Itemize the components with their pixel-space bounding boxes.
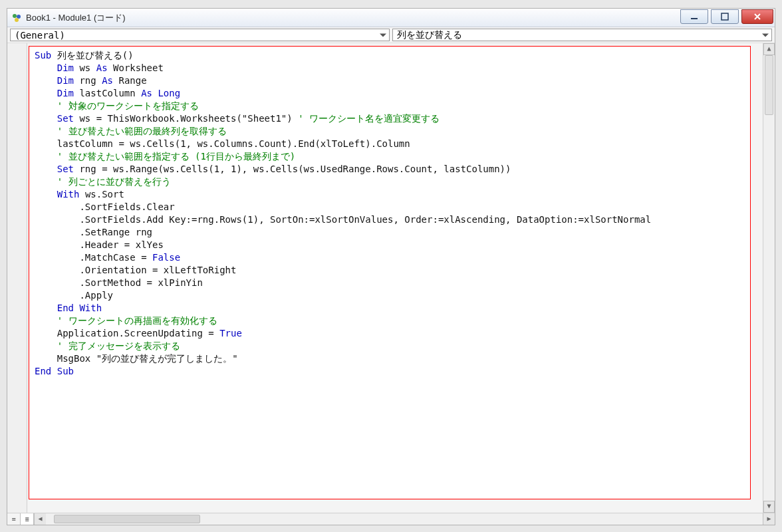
code-editor[interactable]: Sub 列を並び替える() Dim ws As Worksheet Dim rn… — [29, 46, 751, 499]
code-line[interactable]: .SetRange rng — [35, 226, 745, 239]
minimize-button[interactable] — [680, 9, 708, 24]
window-controls — [680, 9, 775, 27]
margin-indicator-bar[interactable] — [7, 43, 27, 525]
code-line[interactable]: ' 並び替えたい範囲を指定する (1行目から最終列まで) — [35, 150, 745, 163]
close-button[interactable] — [741, 9, 773, 24]
code-line[interactable]: ' 並び替えたい範囲の最終列を取得する — [35, 125, 745, 138]
object-dropdown[interactable]: (General) — [10, 29, 390, 41]
svg-point-2 — [15, 18, 19, 22]
svg-point-0 — [13, 14, 17, 18]
vertical-scrollbar[interactable]: ▲ ▼ — [763, 43, 775, 513]
svg-rect-3 — [691, 18, 698, 19]
code-line[interactable]: .SortFields.Add Key:=rng.Rows(1), SortOn… — [35, 213, 745, 226]
scroll-up-arrow[interactable]: ▲ — [763, 43, 775, 55]
svg-point-1 — [17, 15, 21, 19]
editor-area: Sub 列を並び替える() Dim ws As Worksheet Dim rn… — [7, 43, 775, 525]
horizontal-scroll-thumb[interactable] — [54, 515, 200, 523]
procedure-dropdown-value: 列を並び替える — [397, 29, 462, 41]
code-line[interactable]: Dim lastColumn As Long — [35, 87, 745, 100]
scroll-down-arrow[interactable]: ▼ — [763, 501, 775, 513]
code-line[interactable]: .Orientation = xlLeftToRight — [35, 264, 745, 277]
procedure-view-tab[interactable]: ≡ — [7, 513, 21, 525]
code-line[interactable]: lastColumn = ws.Cells(1, ws.Columns.Coun… — [35, 138, 745, 150]
window-title: Book1 - Module1 (コード) — [26, 12, 680, 24]
code-line[interactable]: With ws.Sort — [35, 188, 745, 201]
code-line[interactable]: ' 列ごとに並び替えを行う — [35, 176, 745, 188]
code-line[interactable]: ' 対象のワークシートを指定する — [35, 100, 745, 112]
code-line[interactable]: ' 完了メッセージを表示する — [35, 340, 745, 352]
vertical-scroll-track[interactable] — [763, 55, 775, 501]
vertical-scroll-thumb[interactable] — [765, 55, 773, 115]
code-line[interactable]: .Apply — [35, 289, 745, 302]
horizontal-scroll-track[interactable] — [46, 513, 763, 525]
scroll-right-arrow[interactable]: ▶ — [763, 513, 775, 525]
code-line[interactable]: .SortMethod = xlPinYin — [35, 277, 745, 289]
procedure-dropdown[interactable]: 列を並び替える — [392, 29, 772, 41]
code-line[interactable]: Application.ScreenUpdating = True — [35, 327, 745, 340]
code-line[interactable]: MsgBox "列の並び替えが完了しました。" — [35, 352, 745, 365]
full-module-view-tab[interactable]: ≣ — [21, 513, 34, 525]
code-line[interactable]: .MatchCase = False — [35, 251, 745, 264]
code-line[interactable]: .SortFields.Clear — [35, 201, 745, 213]
module-icon — [11, 13, 22, 23]
bottom-bar: ≡ ≣ ◀ ▶ — [7, 513, 775, 525]
code-line[interactable]: ' ワークシートの再描画を有効化する — [35, 315, 745, 327]
code-line[interactable]: Set rng = ws.Range(ws.Cells(1, 1), ws.Ce… — [35, 163, 745, 176]
code-line[interactable]: Sub 列を並び替える() — [35, 49, 745, 62]
object-dropdown-value: (General) — [15, 30, 65, 41]
maximize-button[interactable] — [711, 9, 739, 24]
code-line[interactable]: Dim ws As Worksheet — [35, 62, 745, 74]
svg-rect-4 — [721, 13, 728, 20]
titlebar[interactable]: Book1 - Module1 (コード) — [7, 9, 775, 27]
code-window: Book1 - Module1 (コード) (General) 列を並び替える … — [7, 8, 775, 525]
code-line[interactable]: End With — [35, 302, 745, 315]
scroll-left-arrow[interactable]: ◀ — [34, 513, 46, 525]
code-line[interactable]: End Sub — [35, 365, 745, 378]
object-procedure-bar: (General) 列を並び替える — [7, 27, 775, 43]
code-line[interactable]: Set ws = ThisWorkbook.Worksheets("Sheet1… — [35, 112, 745, 125]
code-line[interactable]: Dim rng As Range — [35, 74, 745, 87]
code-line[interactable]: .Header = xlYes — [35, 239, 745, 251]
